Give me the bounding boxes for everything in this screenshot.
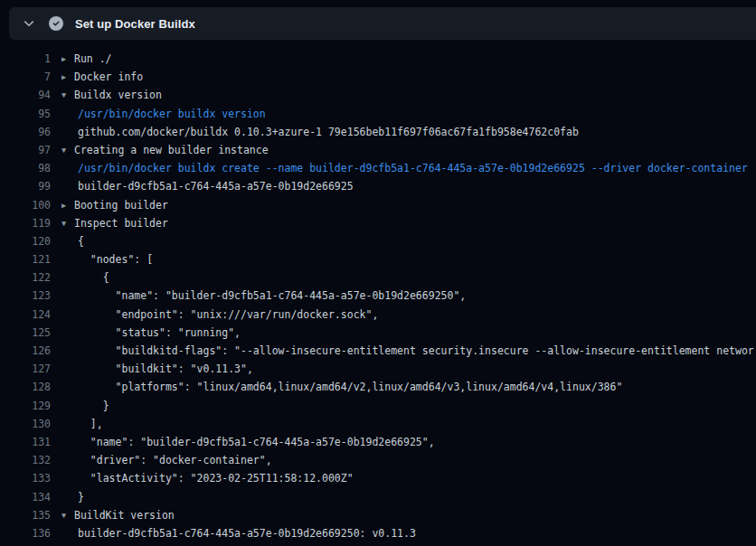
triangle-down-icon[interactable]: ▼ [61, 506, 74, 524]
log-text: "name": "builder-d9cfb5a1-c764-445a-a57e… [61, 289, 466, 302]
log-line-row: 127 "buildkit": "v0.11.3", [0, 360, 756, 378]
line-number[interactable]: 95 [0, 105, 51, 123]
line-number[interactable]: 120 [0, 232, 51, 250]
log-line-row: 131 "name": "builder-d9cfb5a1-c764-445a-… [0, 433, 756, 451]
log-line-row: 120{ [0, 232, 756, 250]
log-text: { [61, 271, 109, 284]
line-number[interactable]: 1 [0, 50, 51, 68]
triangle-down-icon[interactable]: ▼ [61, 86, 74, 104]
line-number[interactable]: 128 [0, 378, 51, 396]
log-text: "driver": "docker-container", [61, 454, 272, 466]
line-number[interactable]: 100 [0, 196, 51, 214]
log-text: "buildkitd-flags": "--allow-insecure-ent… [61, 344, 754, 357]
log-line-row: 125 "status": "running", [0, 324, 756, 342]
triangle-right-icon[interactable]: ▶ [61, 196, 74, 214]
log-group-row[interactable]: 97▼Creating a new builder instance [0, 141, 756, 159]
log-group-row[interactable]: 135▼BuildKit version [0, 506, 756, 524]
log-line-row: 121 "nodes": [ [0, 250, 756, 268]
log-group-row[interactable]: 94▼Buildx version [0, 86, 756, 104]
line-number[interactable]: 99 [0, 177, 51, 195]
log-group-row[interactable]: 1▶Run ./ [0, 50, 756, 68]
group-title: Creating a new builder instance [74, 144, 269, 156]
log-line-row: 98/usr/bin/docker buildx create --name b… [0, 159, 756, 177]
line-number[interactable]: 125 [0, 324, 51, 342]
triangle-down-icon[interactable]: ▼ [61, 214, 74, 232]
log-text: "endpoint": "unix:///var/run/docker.sock… [61, 308, 378, 321]
line-number[interactable]: 126 [0, 342, 51, 360]
line-number[interactable]: 122 [0, 268, 51, 287]
line-number[interactable]: 136 [0, 524, 51, 542]
log-text: "buildkit": "v0.11.3", [61, 362, 253, 375]
log-line-row: 124 "endpoint": "unix:///var/run/docker.… [0, 306, 756, 324]
line-number[interactable]: 123 [0, 287, 51, 305]
log-line-row: 128 "platforms": "linux/amd64,linux/amd6… [0, 378, 756, 396]
log-line-row: 136builder-d9cfb5a1-c764-445a-a57e-0b19d… [0, 524, 756, 542]
group-title: Booting builder [74, 199, 168, 212]
line-number[interactable]: 96 [0, 123, 51, 141]
line-number[interactable]: 94 [0, 86, 51, 104]
log-container: 1▶Run ./7▶Docker info94▼Buildx version95… [0, 40, 756, 542]
group-title: Docker info [74, 71, 143, 83]
log-text: "name": "builder-d9cfb5a1-c764-445a-a57e… [61, 436, 435, 448]
line-number[interactable]: 7 [0, 68, 51, 86]
step-title: Set up Docker Buildx [75, 17, 195, 31]
line-number[interactable]: 135 [0, 506, 51, 524]
line-number[interactable]: 131 [0, 433, 51, 451]
log-text: ], [61, 418, 103, 430]
log-group-row[interactable]: 119▼Inspect builder [0, 214, 756, 232]
log-text: { [61, 235, 84, 248]
line-number[interactable]: 121 [0, 250, 51, 268]
line-number[interactable]: 98 [0, 159, 51, 177]
log-text: builder-d9cfb5a1-c764-445a-a57e-0b19d2e6… [61, 180, 354, 193]
group-title: BuildKit version [74, 509, 175, 522]
log-text: "nodes": [ [61, 253, 153, 266]
group-title: Run ./ [74, 52, 112, 65]
log-command-text: /usr/bin/docker buildx version [61, 108, 266, 120]
line-number[interactable]: 124 [0, 306, 51, 324]
log-group-row[interactable]: 7▶Docker info [0, 68, 756, 86]
triangle-down-icon[interactable]: ▼ [61, 141, 74, 159]
line-number[interactable]: 97 [0, 141, 51, 159]
check-circle-icon [49, 16, 63, 31]
log-text: "platforms": "linux/amd64,linux/amd64/v2… [61, 381, 622, 393]
line-number[interactable]: 119 [0, 214, 51, 232]
group-title: Buildx version [74, 89, 162, 101]
log-line-row: 134} [0, 488, 756, 506]
line-number[interactable]: 127 [0, 360, 51, 378]
log-text: } [61, 491, 84, 504]
log-line-row: 122 { [0, 268, 756, 287]
log-line-row: 126 "buildkitd-flags": "--allow-insecure… [0, 342, 756, 360]
triangle-right-icon[interactable]: ▶ [61, 50, 74, 68]
chevron-down-icon[interactable] [22, 16, 36, 31]
line-number[interactable]: 130 [0, 415, 51, 433]
log-line-row: 123 "name": "builder-d9cfb5a1-c764-445a-… [0, 287, 756, 305]
log-text: builder-d9cfb5a1-c764-445a-a57e-0b19d2e6… [61, 527, 416, 540]
actions-log-page: { "header": { "title": "Set up Docker Bu… [0, 0, 756, 546]
log-text: "lastActivity": "2023-02-25T11:58:12.000… [61, 472, 354, 485]
log-text: } [61, 400, 109, 412]
log-command-text: /usr/bin/docker buildx create --name bui… [61, 162, 748, 174]
log-text: "status": "running", [61, 326, 241, 339]
log-line-row: 133 "lastActivity": "2023-02-25T11:58:12… [0, 469, 756, 487]
log-line-row: 99builder-d9cfb5a1-c764-445a-a57e-0b19d2… [0, 177, 756, 195]
log-line-row: 95/usr/bin/docker buildx version [0, 105, 756, 123]
log-line-row: 96github.com/docker/buildx 0.10.3+azure-… [0, 123, 756, 141]
line-number[interactable]: 134 [0, 488, 51, 506]
log-text: github.com/docker/buildx 0.10.3+azure-1 … [61, 126, 579, 138]
line-number[interactable]: 129 [0, 397, 51, 415]
log-line-row: 132 "driver": "docker-container", [0, 451, 756, 469]
line-number[interactable]: 133 [0, 469, 51, 487]
line-number[interactable]: 132 [0, 451, 51, 469]
log-group-row[interactable]: 100▶Booting builder [0, 196, 756, 214]
log-line-row: 129 } [0, 397, 756, 415]
log-line-row: 130 ], [0, 415, 756, 433]
step-header[interactable]: Set up Docker Buildx [9, 7, 756, 40]
log-lines: 1▶Run ./7▶Docker info94▼Buildx version95… [0, 50, 756, 542]
group-title: Inspect builder [74, 217, 168, 230]
triangle-right-icon[interactable]: ▶ [61, 68, 74, 86]
